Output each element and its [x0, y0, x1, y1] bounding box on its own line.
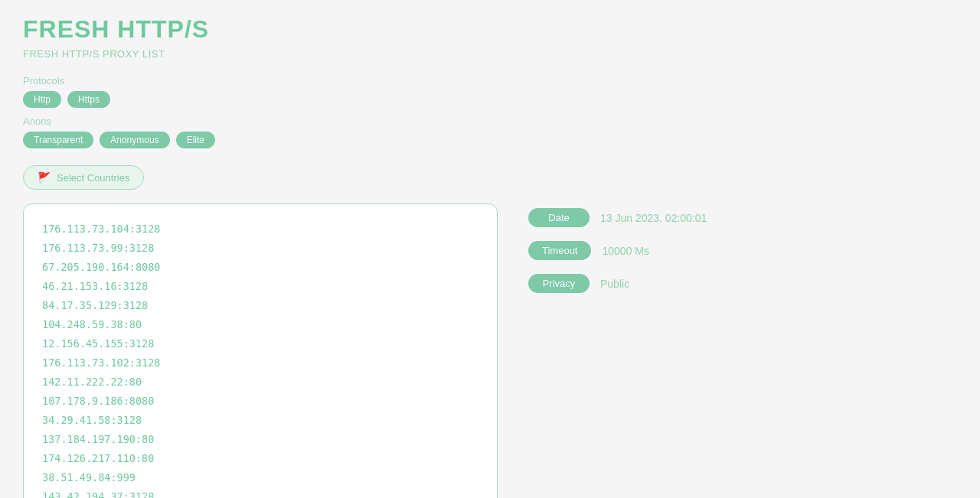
proxy-entry: 142.11.222.22:80	[42, 373, 479, 392]
proxy-entry: 34.29.41.58:3128	[42, 411, 479, 430]
badge-https[interactable]: Https	[67, 91, 110, 108]
date-row: Date 13 Jun 2023, 02:00:01	[528, 208, 707, 227]
timeout-row: Timeout 10000 Ms	[528, 241, 707, 260]
proxy-entry: 137.184.197.190:80	[42, 430, 479, 449]
main-content: 176.113.73.104:3128176.113.73.99:312867.…	[23, 203, 957, 498]
badge-transparent[interactable]: Transparent	[23, 132, 93, 148]
badge-http[interactable]: Http	[23, 91, 61, 108]
select-countries-button[interactable]: 🚩 Select Countries	[23, 165, 144, 190]
protocols-label: Protocols	[23, 75, 957, 86]
info-panel: Date 13 Jun 2023, 02:00:01 Timeout 10000…	[528, 208, 707, 293]
proxy-entry: 67.205.190.164:8080	[42, 258, 479, 277]
date-value: 13 Jun 2023, 02:00:01	[600, 212, 707, 224]
select-countries-label: Select Countries	[57, 172, 129, 184]
badge-anonymous[interactable]: Anonymous	[100, 132, 169, 148]
privacy-value: Public	[600, 278, 629, 290]
proxy-entry: 176.113.73.104:3128	[42, 220, 479, 239]
date-badge: Date	[528, 208, 590, 227]
anons-label: Anons	[23, 116, 957, 127]
main-title: FRESH HTTP/S	[23, 15, 957, 44]
proxy-entry: 46.21.153.16:3128	[42, 277, 479, 296]
proxy-list-box: 176.113.73.104:3128176.113.73.99:312867.…	[23, 203, 498, 498]
proxy-entry: 143.42.194.37:3128	[42, 487, 479, 498]
proxy-entry: 107.178.9.186:8080	[42, 392, 479, 411]
protocols-badges: Http Https	[23, 91, 957, 108]
proxy-entry: 38.51.49.84:999	[42, 468, 479, 487]
proxy-entry: 174.126.217.110:80	[42, 449, 479, 468]
badge-elite[interactable]: Elite	[176, 132, 215, 148]
privacy-badge: Privacy	[528, 274, 590, 293]
proxy-entry: 176.113.73.102:3128	[42, 353, 479, 373]
anons-badges: Transparent Anonymous Elite	[23, 132, 957, 148]
subtitle: FRESH HTTP/S PROXY LIST	[23, 48, 957, 60]
proxy-entry: 176.113.73.99:3128	[42, 239, 479, 258]
flag-icon: 🚩	[38, 171, 51, 184]
page-container: FRESH HTTP/S FRESH HTTP/S PROXY LIST Pro…	[0, 0, 980, 498]
timeout-badge: Timeout	[528, 241, 591, 260]
privacy-row: Privacy Public	[528, 274, 707, 293]
proxy-entry: 12.156.45.155:3128	[42, 334, 479, 353]
proxy-entry: 104.248.59.38:80	[42, 315, 479, 334]
timeout-value: 10000 Ms	[602, 245, 648, 257]
proxy-entry: 84.17.35.129:3128	[42, 296, 479, 315]
